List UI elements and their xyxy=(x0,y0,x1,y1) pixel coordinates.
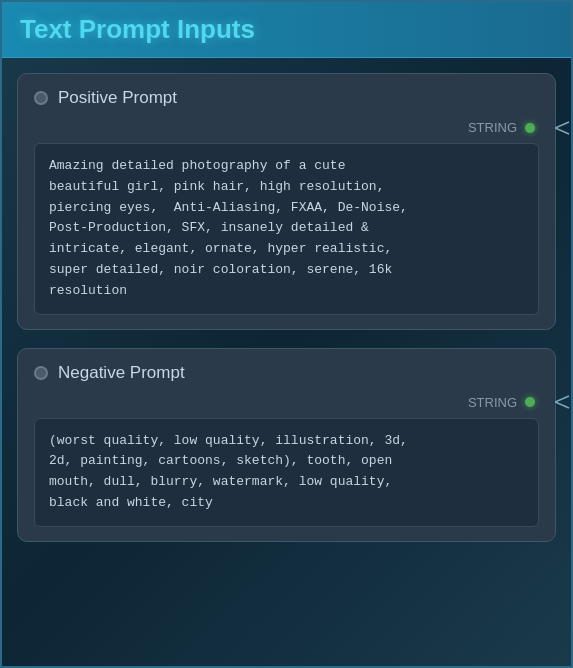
positive-prompt-title: Positive Prompt xyxy=(58,88,177,108)
positive-string-dot xyxy=(525,123,535,133)
title-bar: Text Prompt Inputs xyxy=(2,2,571,58)
svg-line-2 xyxy=(555,396,569,402)
negative-string-row: STRING xyxy=(34,395,539,410)
positive-prompt-header: Positive Prompt xyxy=(34,88,539,108)
positive-prompt-card: Positive Prompt STRING Amazing detailed … xyxy=(17,73,556,330)
negative-prompt-textbox[interactable]: (worst quality, low quality, illustratio… xyxy=(34,418,539,527)
negative-prompt-header: Negative Prompt xyxy=(34,363,539,383)
svg-line-3 xyxy=(555,402,569,408)
positive-string-row: STRING xyxy=(34,120,539,135)
positive-connector-svg xyxy=(555,121,573,135)
negative-prompt-card: Negative Prompt STRING (worst quality, l… xyxy=(17,348,556,542)
negative-prompt-title: Negative Prompt xyxy=(58,363,185,383)
positive-prompt-indicator xyxy=(34,91,48,105)
window-title: Text Prompt Inputs xyxy=(20,14,255,44)
positive-prompt-textbox[interactable]: Amazing detailed photography of a cute b… xyxy=(34,143,539,315)
negative-string-dot xyxy=(525,397,535,407)
positive-string-label: STRING xyxy=(468,120,517,135)
main-container: Text Prompt Inputs Positive Prompt STRIN… xyxy=(0,0,573,668)
positive-prompt-text: Amazing detailed photography of a cute b… xyxy=(49,158,408,298)
negative-string-label: STRING xyxy=(468,395,517,410)
svg-line-0 xyxy=(555,122,569,128)
negative-connector-svg xyxy=(555,395,573,409)
negative-prompt-indicator xyxy=(34,366,48,380)
negative-prompt-text: (worst quality, low quality, illustratio… xyxy=(49,433,408,510)
svg-line-1 xyxy=(555,128,569,134)
